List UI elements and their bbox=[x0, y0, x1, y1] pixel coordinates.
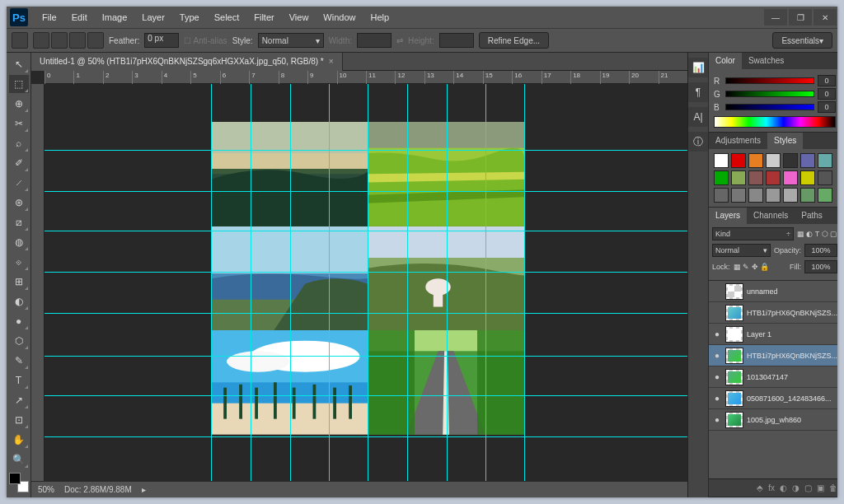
tool-4[interactable]: ⌕ bbox=[9, 134, 29, 152]
style-swatch[interactable] bbox=[714, 188, 729, 203]
layer-row[interactable]: ●1013047147 bbox=[709, 366, 837, 388]
visibility-icon[interactable] bbox=[712, 287, 722, 296]
color-value[interactable]: 0 bbox=[818, 101, 836, 113]
guide-vertical[interactable] bbox=[251, 84, 251, 481]
menu-help[interactable]: Help bbox=[363, 7, 396, 28]
style-swatch[interactable] bbox=[731, 170, 746, 185]
style-swatch[interactable] bbox=[818, 170, 832, 185]
canvas-stage[interactable] bbox=[45, 84, 687, 481]
tool-12[interactable]: ◐ bbox=[9, 292, 29, 310]
guide-vertical[interactable] bbox=[524, 84, 525, 481]
link-layers-icon[interactable]: ⬘ bbox=[757, 483, 763, 492]
close-tab-icon[interactable]: × bbox=[329, 57, 334, 66]
layer-filter-dropdown[interactable]: Kind÷ bbox=[712, 227, 794, 240]
style-dropdown[interactable]: Normal▾ bbox=[258, 33, 324, 48]
guide-horizontal[interactable] bbox=[45, 272, 687, 273]
visibility-icon[interactable]: ● bbox=[712, 394, 722, 404]
tool-9[interactable]: ◍ bbox=[9, 233, 29, 251]
style-swatch[interactable] bbox=[714, 170, 729, 185]
color-spectrum[interactable] bbox=[714, 116, 836, 128]
tool-17[interactable]: ↗ bbox=[9, 391, 29, 409]
adjustments-tab[interactable]: Adjustments bbox=[709, 133, 767, 149]
guide-vertical[interactable] bbox=[407, 84, 408, 481]
layer-row[interactable]: HTB1i7pHX6QnBKNjSZS... bbox=[709, 302, 837, 324]
tool-18[interactable]: ⊡ bbox=[9, 411, 29, 429]
fill-input[interactable]: 100% bbox=[804, 260, 837, 273]
layer-thumbnail[interactable] bbox=[725, 326, 743, 343]
visibility-icon[interactable]: ● bbox=[712, 351, 722, 361]
visibility-icon[interactable] bbox=[712, 308, 722, 318]
style-swatch[interactable] bbox=[766, 153, 781, 168]
menu-window[interactable]: Window bbox=[316, 7, 363, 28]
style-swatch[interactable] bbox=[731, 153, 746, 168]
opacity-input[interactable]: 100% bbox=[804, 244, 837, 257]
maximize-button[interactable]: ❐ bbox=[789, 9, 812, 26]
guide-horizontal[interactable] bbox=[45, 313, 687, 314]
sel-new-icon[interactable] bbox=[33, 32, 49, 49]
style-swatch[interactable] bbox=[800, 153, 815, 168]
histogram-icon[interactable]: 📊 bbox=[688, 58, 708, 77]
color-slider[interactable] bbox=[725, 91, 814, 97]
layer-thumbnail[interactable] bbox=[725, 348, 743, 364]
tool-19[interactable]: ✋ bbox=[9, 431, 29, 449]
style-swatch[interactable] bbox=[766, 170, 781, 185]
layer-row[interactable]: ●HTB1i7pHX6QnBKNjSZS... bbox=[709, 345, 837, 366]
style-swatch[interactable] bbox=[818, 153, 832, 168]
canvas-viewport[interactable]: 0123456789101112131415161718192021 bbox=[31, 71, 687, 481]
sel-sub-icon[interactable] bbox=[69, 32, 86, 49]
guide-horizontal[interactable] bbox=[45, 150, 687, 151]
layer-thumbnail[interactable] bbox=[725, 305, 743, 321]
style-swatch[interactable] bbox=[748, 170, 763, 185]
menu-select[interactable]: Select bbox=[207, 7, 247, 28]
refine-edge-button[interactable]: Refine Edge... bbox=[479, 32, 549, 49]
info-icon[interactable]: ⓘ bbox=[688, 132, 708, 152]
menu-file[interactable]: File bbox=[35, 7, 64, 28]
guide-vertical[interactable] bbox=[290, 84, 291, 481]
color-tab[interactable]: Color bbox=[709, 53, 742, 69]
tool-5[interactable]: ✐ bbox=[9, 154, 29, 172]
styles-tab[interactable]: Styles bbox=[767, 133, 803, 149]
layers-tab[interactable]: Layers bbox=[709, 208, 747, 224]
layer-row[interactable]: ●050871600_142483466... bbox=[709, 388, 837, 409]
style-swatch[interactable] bbox=[800, 188, 815, 203]
group-icon[interactable]: ▢ bbox=[804, 483, 812, 492]
guide-vertical[interactable] bbox=[368, 84, 368, 481]
tool-preset-icon[interactable] bbox=[12, 32, 28, 49]
menu-filter[interactable]: Filter bbox=[246, 7, 281, 28]
style-swatch[interactable] bbox=[748, 153, 763, 168]
guide-horizontal[interactable] bbox=[45, 436, 687, 437]
delete-layer-icon[interactable]: 🗑 bbox=[829, 483, 837, 492]
layer-thumbnail[interactable] bbox=[725, 369, 743, 385]
color-slider[interactable] bbox=[725, 104, 814, 110]
visibility-icon[interactable]: ● bbox=[712, 415, 722, 425]
sel-add-icon[interactable] bbox=[51, 32, 68, 49]
color-slider[interactable] bbox=[725, 77, 814, 84]
style-swatch[interactable] bbox=[818, 188, 832, 203]
tool-1[interactable]: ⬚ bbox=[9, 75, 29, 93]
visibility-icon[interactable]: ● bbox=[712, 372, 722, 382]
tool-6[interactable]: ⟋ bbox=[9, 174, 29, 192]
tool-13[interactable]: ● bbox=[9, 312, 29, 330]
sel-int-icon[interactable] bbox=[87, 32, 104, 49]
tool-8[interactable]: ⧄ bbox=[9, 213, 29, 231]
tool-7[interactable]: ⊛ bbox=[9, 194, 29, 212]
tool-16[interactable]: T bbox=[9, 371, 29, 390]
fx-icon[interactable]: fx bbox=[768, 483, 775, 492]
style-swatch[interactable] bbox=[731, 188, 746, 203]
channels-tab[interactable]: Channels bbox=[747, 208, 795, 224]
layer-thumbnail[interactable] bbox=[725, 283, 743, 300]
tool-2[interactable]: ⊕ bbox=[9, 95, 29, 113]
visibility-icon[interactable]: ● bbox=[712, 329, 722, 339]
style-swatch[interactable] bbox=[800, 170, 815, 185]
layer-row[interactable]: ●1005.jpg_wh860 bbox=[709, 409, 837, 431]
tool-0[interactable]: ↖ bbox=[9, 55, 29, 73]
minimize-button[interactable]: — bbox=[764, 9, 787, 26]
layer-row[interactable]: ●Layer 1 bbox=[709, 324, 837, 345]
guide-vertical[interactable] bbox=[447, 84, 448, 481]
guide-horizontal[interactable] bbox=[45, 231, 687, 231]
style-swatch[interactable] bbox=[783, 188, 798, 203]
layer-thumbnail[interactable] bbox=[725, 390, 743, 407]
feather-input[interactable]: 0 px bbox=[144, 33, 179, 48]
tool-14[interactable]: ⬡ bbox=[9, 332, 29, 350]
menu-edit[interactable]: Edit bbox=[64, 7, 95, 28]
